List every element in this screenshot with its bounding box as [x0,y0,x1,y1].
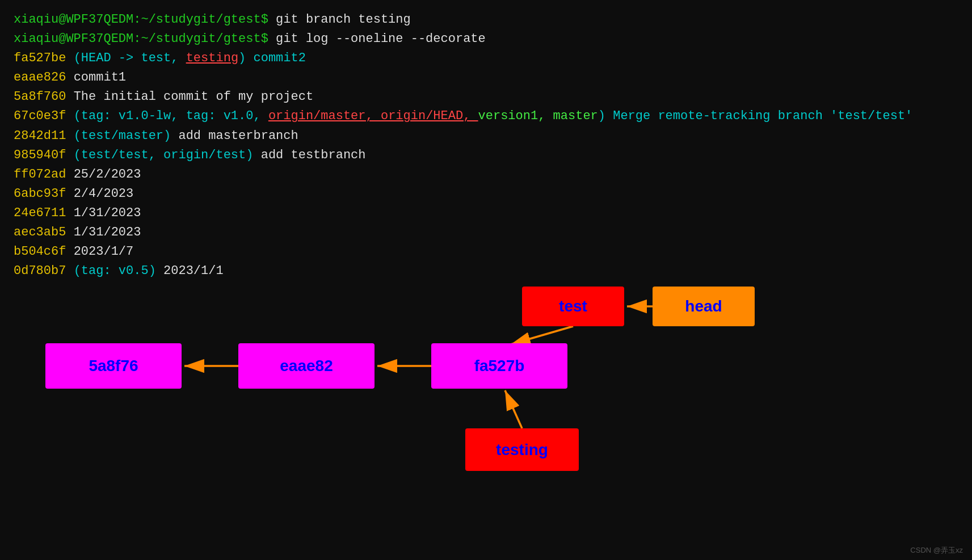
terminal-line-log1: fa527be (HEAD -> test, testing) commit2 [14,49,958,68]
watermark: CSDN @弄玉xz [910,545,963,555]
terminal-line-log6: 985940f (test/test, origin/test) add tes… [14,146,958,165]
terminal-line-log9: 24e6711 1/31/2023 [14,204,958,223]
terminal-line-cmd2: xiaqiu@WPF37QEDM:~/studygit/gtest$ git l… [14,30,958,49]
box-testing: testing [465,428,579,471]
terminal-line-log2: eaae826 commit1 [14,68,958,87]
box-eaae82: eaae82 [238,343,375,389]
arrow-svg [0,281,972,560]
terminal-line-log5: 2842d11 (test/master) add masterbranch [14,127,958,146]
terminal-line-log4: 67c0e3f (tag: v1.0-lw, tag: v1.0, origin… [14,107,958,126]
terminal-line-cmd1: xiaqiu@WPF37QEDM:~/studygit/gtest$ git b… [14,10,958,30]
terminal-line-log12: 0d780b7 (tag: v0.5) 2023/1/1 [14,262,958,281]
terminal-line-log10: aec3ab5 1/31/2023 [14,223,958,242]
terminal-line-log8: 6abc93f 2/4/2023 [14,184,958,204]
terminal-line-log3: 5a8f760 The initial commit of my project [14,87,958,107]
svg-line-5 [505,390,522,428]
box-test: test [522,287,624,326]
terminal-line-log11: b504c6f 2023/1/7 [14,242,958,262]
box-5a8f76: 5a8f76 [45,343,182,389]
terminal-line-log7: ff072ad 25/2/2023 [14,165,958,184]
box-fa527b: fa527b [431,343,567,389]
svg-line-3 [511,326,573,344]
box-head: head [653,287,755,326]
diagram-section: CSDN @弄玉xz 5a8f76eaae82fa527btestheadtes… [0,281,972,560]
terminal-section: xiaqiu@WPF37QEDM:~/studygit/gtest$ git b… [0,0,972,281]
